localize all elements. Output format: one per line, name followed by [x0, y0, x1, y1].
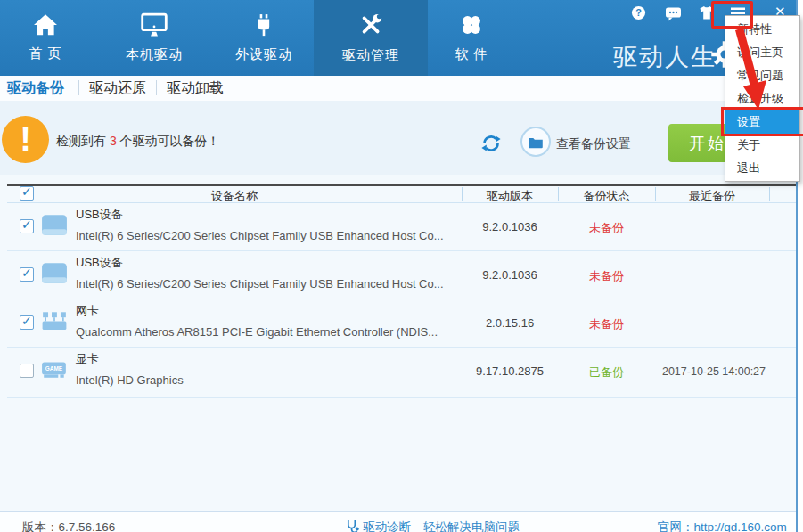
table-row[interactable]: ✓ 网卡 Qualcomm Atheros AR8151 PCI-E Gigab… [7, 299, 796, 348]
nav-item-software[interactable]: 软 件 [435, 0, 508, 76]
driver-version: 2.0.15.16 [462, 316, 558, 330]
device-title: 显卡 [76, 351, 99, 367]
nav-item-home[interactable]: 首 页 [9, 0, 82, 76]
check-icon: ✓ [21, 266, 32, 280]
clover-icon [458, 12, 485, 41]
tab-driver-uninstall[interactable]: 驱动卸载 [167, 76, 224, 101]
backup-count: 3 [110, 134, 117, 148]
driver-version: 9.2.0.1036 [462, 220, 558, 233]
table-row[interactable]: ✓ USB设备 Intel(R) 6 Series/C200 Series Ch… [7, 250, 796, 299]
backup-folder-icon[interactable] [520, 127, 551, 157]
svg-text:?: ? [635, 7, 642, 18]
device-title: 网卡 [76, 303, 99, 319]
nav-label: 首 页 [29, 45, 61, 62]
menu-item-settings[interactable]: 设置 [725, 110, 799, 134]
usb-plug-icon [252, 12, 275, 41]
graphics-card-icon: GAME [41, 358, 68, 385]
usb-device-icon [41, 262, 68, 289]
refresh-icon[interactable] [481, 134, 501, 157]
top-nav-bar: 首 页 本机驱动 外设驱动 [0, 0, 796, 76]
menu-item-new-features[interactable]: 新特性 [725, 18, 799, 41]
device-title: USB设备 [76, 255, 123, 271]
view-backup-settings-link[interactable]: 查看备份设置 [556, 136, 631, 152]
menu-item-exit[interactable]: 退出 [725, 157, 799, 180]
tools-icon [356, 12, 386, 42]
status-bar: 版本：6.7.56.166 驱动诊断 轻松解决电脑问题 官网：http://qd… [0, 511, 796, 532]
last-backup-time: 2017-10-25 14:00:27 [655, 365, 773, 378]
nav-label: 本机驱动 [126, 46, 183, 63]
tab-divider [156, 80, 157, 95]
app-version-text: 版本：6.7.56.166 [22, 520, 115, 532]
diagnosis-title: 驱动诊断 [363, 520, 411, 532]
menu-item-faq[interactable]: 常见问题 [725, 64, 799, 87]
nav-item-peripheral-drivers[interactable]: 外设驱动 [217, 0, 310, 76]
nav-item-local-drivers[interactable]: 本机驱动 [108, 0, 201, 76]
driver-version: 9.17.10.2875 [462, 364, 558, 378]
backup-status: 未备份 [558, 220, 655, 236]
backup-status: 已备份 [558, 364, 655, 381]
table-header-row: ✓ 设备名称 驱动版本 备份状态 最近备份 [7, 186, 796, 203]
device-description: Intel(R) 6 Series/C200 Series Chipset Fa… [76, 229, 444, 242]
column-divider [769, 187, 770, 201]
backup-status: 未备份 [558, 316, 655, 332]
official-website-link[interactable]: 官网：http://qd.160.com [658, 520, 787, 532]
usb-device-icon [41, 214, 68, 241]
tab-driver-restore[interactable]: 驱动还原 [89, 76, 146, 101]
row-checkbox[interactable]: ✓ [20, 219, 34, 233]
home-icon [31, 13, 60, 40]
feedback-message-icon[interactable] [665, 5, 682, 26]
tab-divider [78, 80, 79, 95]
check-icon: ✓ [21, 314, 32, 328]
menu-item-about[interactable]: 关于 [725, 134, 799, 157]
svg-text:GAME: GAME [45, 366, 63, 372]
device-title: USB设备 [76, 207, 123, 223]
nav-label: 外设驱动 [235, 46, 292, 63]
tab-driver-backup[interactable]: 驱动备份 [7, 76, 64, 101]
nav-label: 软 件 [455, 46, 488, 63]
backup-status: 未备份 [558, 268, 655, 284]
stethoscope-icon [346, 520, 359, 532]
warning-exclamation-icon: ! [2, 116, 49, 163]
backup-info-bar: ! 检测到有 3 个驱动可以备份！ 查看备份设置 开始备份 [0, 101, 796, 175]
monitor-icon [139, 12, 169, 41]
help-icon[interactable]: ? [631, 5, 646, 24]
driver-diagnosis-link[interactable]: 驱动诊断 轻松解决电脑问题 [346, 520, 520, 532]
row-checkbox[interactable]: ✓ [20, 267, 34, 282]
network-card-icon [41, 310, 68, 337]
table-row[interactable]: ✓ USB设备 Intel(R) 6 Series/C200 Series Ch… [7, 202, 796, 251]
settings-dropdown-menu: 新特性 访问主页 常见问题 检查升级 设置 关于 退出 [725, 15, 800, 182]
table-row[interactable]: ✓ GAME 显卡 Intel(R) HD Graphics 9.17.10.2… [7, 347, 796, 398]
device-description: Qualcomm Atheros AR8151 PCI-E Gigabit Et… [76, 325, 438, 339]
driver-version: 9.2.0.1036 [462, 268, 558, 282]
skin-shirt-icon[interactable] [699, 5, 715, 24]
device-description: Intel(R) HD Graphics [76, 373, 184, 387]
backup-detect-message: 检测到有 3 个驱动可以备份！ [56, 134, 220, 150]
row-checkbox[interactable]: ✓ [20, 315, 34, 330]
diagnosis-tagline: 轻松解决电脑问题 [423, 520, 520, 532]
nav-label: 驱动管理 [342, 47, 399, 64]
row-checkbox[interactable]: ✓ [20, 364, 34, 378]
check-icon: ✓ [21, 217, 32, 232]
sub-tab-bar: 驱动备份 驱动还原 驱动卸载 [0, 76, 796, 101]
device-description: Intel(R) 6 Series/C200 Series Chipset Fa… [76, 277, 444, 291]
brand-logo: 驱动人生 [613, 41, 717, 73]
menu-item-check-update[interactable]: 检查升级 [725, 87, 799, 110]
app-window: 首 页 本机驱动 外设驱动 [0, 0, 798, 532]
nav-item-driver-management[interactable]: 驱动管理 [314, 0, 428, 76]
menu-item-visit-homepage[interactable]: 访问主页 [725, 41, 799, 64]
